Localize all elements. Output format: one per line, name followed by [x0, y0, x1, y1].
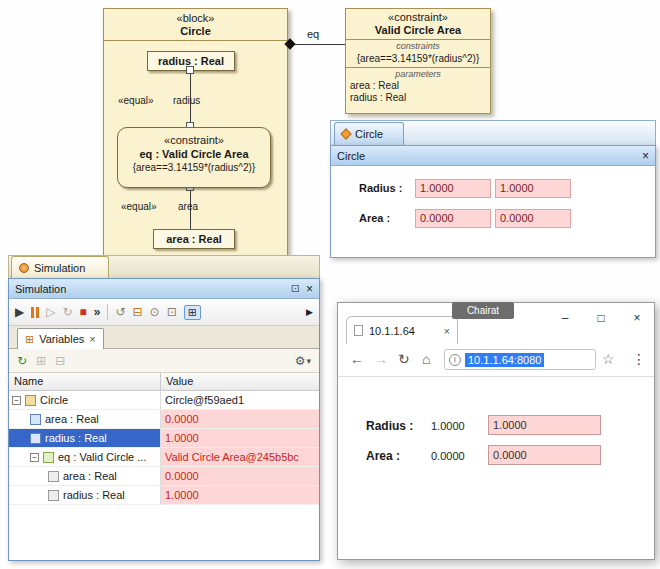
auto-open-toggle[interactable]: ⊞: [184, 305, 201, 320]
simulation-icon: [19, 263, 29, 273]
browser-menu-icon[interactable]: ⋮: [632, 351, 646, 367]
tab-simulation[interactable]: Simulation: [11, 256, 109, 278]
forward-icon[interactable]: →: [374, 351, 388, 367]
close-icon[interactable]: ×: [306, 282, 313, 296]
fast-forward-button[interactable]: »: [94, 305, 101, 319]
circle-panel-titlebar: Circle ×: [331, 146, 655, 166]
tab-close-icon[interactable]: ×: [444, 325, 450, 337]
column-value[interactable]: Value: [161, 373, 319, 390]
radius-input-field[interactable]: 1.0000: [488, 415, 601, 435]
reload-icon[interactable]: ↻: [398, 351, 410, 367]
radius-value-text: 1.0000: [431, 420, 465, 432]
close-icon[interactable]: ×: [642, 149, 649, 163]
area-input-field[interactable]: 0.0000: [495, 209, 571, 228]
table-row[interactable]: − Circle Circle@f59aed1: [9, 391, 319, 410]
bookmark-star-icon[interactable]: ☆: [602, 351, 615, 367]
row-name-cell[interactable]: radius : Real: [9, 486, 161, 505]
row-name-cell[interactable]: area : Real: [9, 410, 161, 429]
row-name-cell[interactable]: − Circle: [9, 391, 161, 410]
export-button[interactable]: ⊞: [36, 354, 46, 368]
row-value-cell[interactable]: 1.0000: [161, 486, 319, 505]
constraint-expression: {area==3.14159*(radius^2)}: [118, 161, 270, 175]
table-row[interactable]: − eq : Valid Circle ... Valid Circle Are…: [9, 448, 319, 467]
radius-input-field[interactable]: 1.0000: [495, 179, 571, 198]
refresh-button[interactable]: ↻: [17, 354, 27, 368]
constraint-block-header: «constraint» Valid Circle Area: [346, 9, 490, 40]
screenshot-root: «block» Circle radius : Real area : Real…: [0, 0, 660, 569]
pause-button[interactable]: [31, 307, 39, 318]
trigger-button[interactable]: ↺: [115, 305, 125, 319]
row-value-cell[interactable]: 1.0000: [161, 429, 319, 448]
variables-tabrow: ⊞ Variables ×: [9, 326, 319, 349]
info-icon[interactable]: i: [449, 354, 461, 366]
variable-name: radius : Real: [63, 489, 125, 501]
row-value-cell[interactable]: Valid Circle Area@245b5bc: [161, 448, 319, 467]
variable-name: eq : Valid Circle ...: [58, 451, 146, 463]
expand-toggle[interactable]: −: [12, 396, 21, 405]
minus-icon: −: [14, 397, 19, 404]
expand-toggle[interactable]: −: [30, 453, 39, 462]
area-property-box[interactable]: area : Real: [153, 229, 235, 249]
variable-name: area : Real: [63, 470, 117, 482]
browser-window: – □ × 10.1.1.64 × ← → ↻ ⌂ i 10.1.1.64:80…: [337, 302, 655, 560]
back-icon[interactable]: ←: [350, 351, 364, 367]
browser-toolbar: ← → ↻ ⌂ i 10.1.1.64:8080 ☆ ⋮: [338, 343, 654, 377]
parameter-area: area : Real: [346, 80, 490, 92]
table-row[interactable]: radius : Real 1.0000: [9, 429, 319, 448]
column-name[interactable]: Name: [9, 373, 161, 390]
float-window-icon[interactable]: ⊡: [291, 282, 300, 295]
row-value-cell[interactable]: Circle@f59aed1: [161, 391, 319, 410]
minimize-button[interactable]: –: [551, 307, 579, 329]
home-icon[interactable]: ⌂: [422, 351, 430, 367]
table-row[interactable]: area : Real 0.0000: [9, 467, 319, 486]
value-property-icon: [30, 433, 41, 444]
chevron-down-icon: ▾: [306, 356, 311, 366]
simulation-panel: Simulation ⊡ × ▶ ▷ ↻ ■ » ↺ ⊟ ⊙ ⊡ ⊞ ▶ ⊞ V…: [8, 278, 320, 561]
constraint-name: eq : Valid Circle Area: [118, 147, 270, 161]
row-name-cell[interactable]: area : Real: [9, 467, 161, 486]
minus-icon: −: [32, 454, 37, 461]
constraint-block[interactable]: «constraint» Valid Circle Area constrain…: [345, 8, 491, 114]
step-over-button[interactable]: ↻: [62, 305, 72, 319]
options-button[interactable]: ⊡: [167, 305, 177, 319]
browser-tab-title: 10.1.1.64: [369, 325, 415, 337]
settings-button[interactable]: ⚙ ▾: [295, 354, 311, 368]
browser-tab[interactable]: 10.1.1.64 ×: [346, 316, 458, 344]
url-text-selected[interactable]: 10.1.1.64:8080: [465, 353, 544, 367]
row-name-cell[interactable]: − eq : Valid Circle ...: [9, 448, 161, 467]
step-into-button[interactable]: ▷: [46, 305, 55, 319]
maximize-button[interactable]: □: [587, 307, 615, 329]
row-value-cell[interactable]: 0.0000: [161, 467, 319, 486]
close-icon[interactable]: ×: [89, 333, 95, 345]
terminate-button[interactable]: ■: [80, 305, 87, 319]
constraint-property-node[interactable]: «constraint» eq : Valid Circle Area {are…: [117, 127, 271, 188]
toolbar-separator: [107, 304, 108, 320]
tab-variables-label: Variables: [39, 333, 84, 345]
toolbar-overflow-icon[interactable]: ▶: [306, 305, 313, 319]
simulation-tabstrip: Simulation: [8, 255, 320, 278]
table-row[interactable]: radius : Real 1.0000: [9, 486, 319, 505]
radius-value-field[interactable]: 1.0000: [415, 179, 491, 198]
area-value-field[interactable]: 0.0000: [415, 209, 491, 228]
constraints-header: constraints: [346, 41, 490, 52]
tab-circle[interactable]: Circle: [334, 122, 404, 145]
ui-diagram-icon: [340, 128, 351, 139]
animation-button[interactable]: ⊟: [133, 305, 143, 319]
row-value-cell[interactable]: 0.0000: [161, 410, 319, 429]
constraints-compartment: constraints {area==3.14159*(radius^2)}: [346, 40, 490, 68]
constraint-stereotype: «constraint»: [118, 133, 270, 147]
area-value-text: 0.0000: [431, 450, 465, 462]
variable-name: Circle: [40, 394, 68, 406]
variable-name: radius : Real: [45, 432, 107, 444]
run-button[interactable]: ▶: [15, 305, 24, 319]
table-row[interactable]: area : Real 0.0000: [9, 410, 319, 429]
parameter-radius: radius : Real: [346, 92, 490, 104]
address-bar[interactable]: i 10.1.1.64:8080: [444, 349, 596, 370]
area-input-field[interactable]: 0.0000: [488, 445, 601, 465]
area-label: Area :: [359, 212, 390, 224]
tab-variables[interactable]: ⊞ Variables ×: [17, 328, 104, 349]
row-name-cell-selected[interactable]: radius : Real: [9, 429, 161, 448]
breakpoint-button[interactable]: ⊙: [150, 305, 160, 319]
close-button[interactable]: ×: [623, 307, 651, 329]
collapse-button[interactable]: ⊟: [55, 354, 65, 368]
